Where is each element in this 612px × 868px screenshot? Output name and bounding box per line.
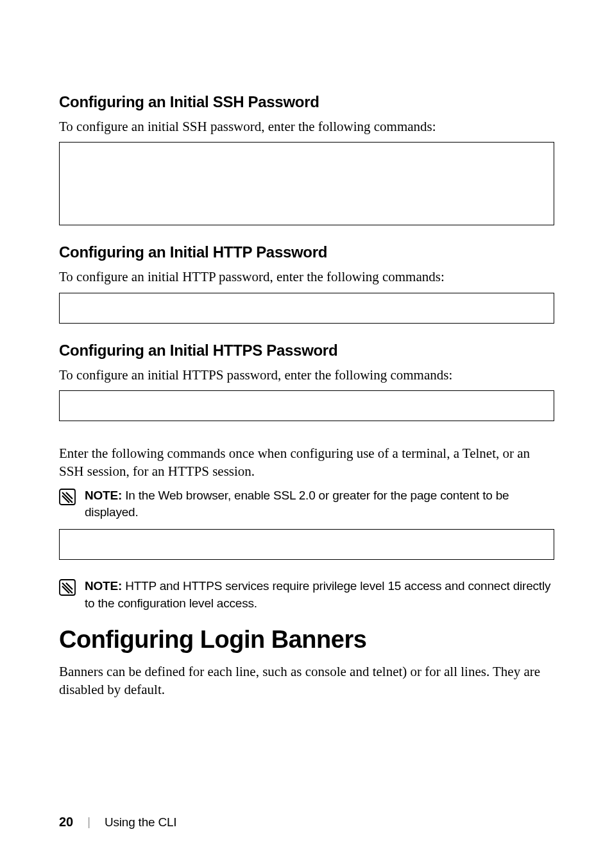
note-body-2: HTTP and HTTPS services require privileg… [85, 579, 550, 610]
body-https-after: Enter the following commands once when c… [59, 444, 554, 481]
body-http: To configure an initial HTTP password, e… [59, 268, 554, 286]
footer-title: Using the CLI [105, 815, 177, 829]
note-icon [59, 489, 76, 505]
code-box-ssh [59, 142, 554, 225]
code-box-http [59, 293, 554, 324]
body-main: Banners can be defined for each line, su… [59, 663, 554, 699]
note-block-2: NOTE: HTTP and HTTPS services require pr… [59, 578, 554, 612]
heading-http: Configuring an Initial HTTP Password [59, 243, 554, 261]
note-body-1: In the Web browser, enable SSL 2.0 or gr… [85, 489, 509, 519]
note-text-2: NOTE: HTTP and HTTPS services require pr… [85, 578, 554, 612]
note-label-2: NOTE: [85, 579, 122, 593]
page-footer: 20 | Using the CLI [59, 815, 176, 829]
heading-ssh: Configuring an Initial SSH Password [59, 93, 554, 111]
footer-separator: | [87, 815, 90, 829]
code-box-https [59, 390, 554, 421]
body-ssh: To configure an initial SSH password, en… [59, 117, 554, 135]
note-text-1: NOTE: In the Web browser, enable SSL 2.0… [85, 487, 554, 521]
note-block-1: NOTE: In the Web browser, enable SSL 2.0… [59, 487, 554, 521]
note-label-1: NOTE: [85, 489, 122, 502]
heading-main: Configuring Login Banners [59, 626, 554, 654]
body-https: To configure an initial HTTPS password, … [59, 366, 554, 384]
page-number: 20 [59, 815, 73, 829]
code-box-note [59, 529, 554, 560]
note-icon [59, 579, 76, 596]
heading-https: Configuring an Initial HTTPS Password [59, 342, 554, 360]
